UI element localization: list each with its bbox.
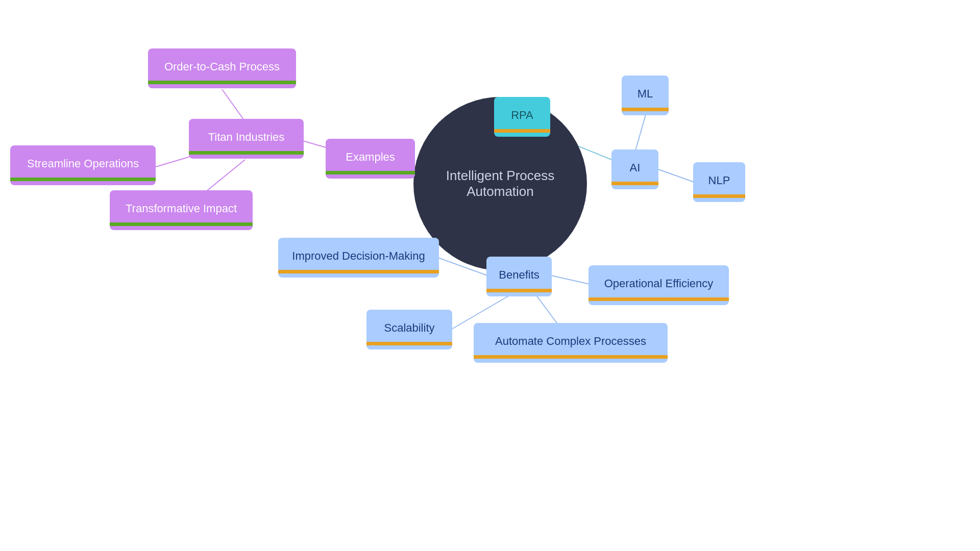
- node-examples[interactable]: Examples: [326, 139, 415, 179]
- titan-industries-bar: [189, 151, 304, 155]
- node-benefits[interactable]: Benefits: [486, 257, 552, 296]
- node-order-to-cash[interactable]: Order-to-Cash Process: [148, 48, 296, 88]
- node-scalability[interactable]: Scalability: [366, 310, 452, 349]
- operational-efficiency-bar: [589, 297, 729, 301]
- streamline-ops-label: Streamline Operations: [10, 150, 156, 178]
- ml-bar: [622, 108, 669, 111]
- scalability-label: Scalability: [366, 314, 452, 342]
- improved-decision-bar: [278, 270, 439, 273]
- svg-line-8: [658, 169, 694, 182]
- examples-bar: [326, 171, 415, 174]
- operational-efficiency-label: Operational Efficiency: [589, 270, 729, 297]
- center-label: Intelligent Process Automation: [413, 168, 587, 199]
- improved-decision-label: Improved Decision-Making: [278, 242, 439, 270]
- nlp-label: NLP: [693, 167, 745, 194]
- examples-label: Examples: [326, 143, 415, 171]
- node-titan-industries[interactable]: Titan Industries: [189, 119, 304, 159]
- benefits-bar: [486, 289, 552, 292]
- transformative-impact-bar: [110, 222, 253, 226]
- rpa-bar: [494, 129, 550, 133]
- nlp-bar: [693, 194, 745, 198]
- automate-complex-label: Automate Complex Processes: [474, 328, 668, 355]
- svg-line-7: [635, 115, 646, 151]
- node-ml[interactable]: ML: [622, 76, 669, 115]
- ml-label: ML: [622, 80, 669, 108]
- node-rpa[interactable]: RPA: [494, 97, 550, 137]
- transformative-impact-label: Transformative Impact: [110, 195, 253, 222]
- order-to-cash-bar: [148, 81, 296, 84]
- scalability-bar: [366, 342, 452, 345]
- ai-label: AI: [611, 154, 658, 182]
- node-streamline-operations[interactable]: Streamline Operations: [10, 145, 156, 185]
- svg-line-11: [551, 276, 590, 284]
- rpa-label: RPA: [494, 102, 550, 129]
- node-nlp[interactable]: NLP: [693, 162, 745, 202]
- node-improved-decision[interactable]: Improved Decision-Making: [278, 238, 439, 278]
- node-ai[interactable]: AI: [611, 149, 658, 189]
- benefits-label: Benefits: [486, 261, 552, 289]
- node-automate-complex[interactable]: Automate Complex Processes: [474, 323, 668, 363]
- automate-complex-bar: [474, 355, 668, 359]
- order-to-cash-label: Order-to-Cash Process: [148, 53, 296, 81]
- streamline-ops-bar: [10, 178, 156, 181]
- node-transformative-impact[interactable]: Transformative Impact: [110, 190, 253, 230]
- ai-bar: [611, 182, 658, 185]
- svg-line-1: [222, 89, 245, 121]
- titan-industries-label: Titan Industries: [189, 123, 304, 151]
- node-operational-efficiency[interactable]: Operational Efficiency: [589, 265, 729, 305]
